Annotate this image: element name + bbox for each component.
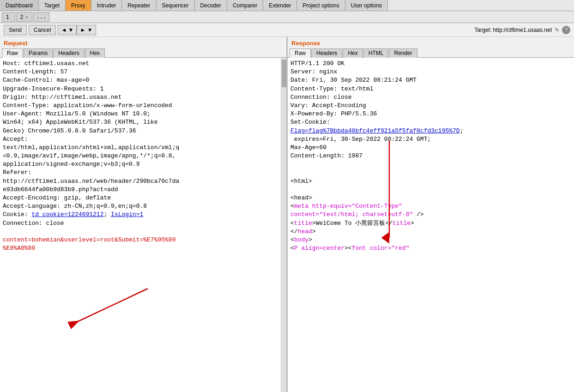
nav-comparer[interactable]: Comparer bbox=[227, 0, 263, 11]
nav-decoder[interactable]: Decoder bbox=[195, 0, 227, 11]
request-scrollbar-thumb bbox=[282, 60, 286, 87]
response-content-area: HTTP/1.1 200 OK Server: nginx Date: Fri,… bbox=[288, 58, 574, 392]
nav-proxy[interactable]: Proxy bbox=[66, 0, 91, 11]
response-tab-hex[interactable]: Hex bbox=[343, 48, 363, 58]
target-info: Target: http://ctftime1.usaas.net ✎ ? bbox=[475, 26, 570, 34]
response-tab-html[interactable]: HTML bbox=[363, 48, 389, 58]
tab-1-label: 1 bbox=[6, 14, 9, 20]
request-subtabs: Raw Params Headers Hex bbox=[0, 48, 286, 58]
help-icon[interactable]: ? bbox=[562, 26, 570, 34]
nav-dashboard[interactable]: Dashboard bbox=[0, 0, 39, 11]
response-tab-render[interactable]: Render bbox=[389, 48, 417, 58]
edit-target-icon[interactable]: ✎ bbox=[555, 27, 559, 33]
send-button[interactable]: Send bbox=[4, 25, 27, 35]
request-text[interactable]: Host: ctftime1.usaas.net Content-Length:… bbox=[0, 58, 281, 392]
tab-2-close[interactable]: × bbox=[25, 14, 28, 20]
request-header: Request bbox=[0, 37, 286, 48]
nav-sequencer[interactable]: Sequencer bbox=[157, 0, 195, 11]
request-tab-headers[interactable]: Headers bbox=[53, 48, 84, 58]
target-label: Target: http://ctftime1.usaas.net bbox=[475, 27, 552, 33]
response-tab-raw[interactable]: Raw bbox=[290, 48, 311, 58]
tab-more[interactable]: ... bbox=[33, 12, 50, 22]
nav-extender[interactable]: Extender bbox=[263, 0, 297, 11]
tab-2-label: 2 bbox=[20, 14, 24, 20]
request-panel: Request Raw Params Headers Hex Host: ctf… bbox=[0, 37, 288, 392]
response-text[interactable]: HTTP/1.1 200 OK Server: nginx Date: Fri,… bbox=[288, 58, 574, 392]
forward-button[interactable]: ► ▼ bbox=[77, 25, 96, 35]
request-tab-hex[interactable]: Hex bbox=[85, 48, 105, 58]
cancel-button[interactable]: Cancel bbox=[29, 25, 56, 35]
main-content: Request Raw Params Headers Hex Host: ctf… bbox=[0, 37, 574, 392]
response-panel: Response Raw Headers Hex HTML Render HTT… bbox=[288, 37, 574, 392]
nav-arrows: ◄ ▼ ► ▼ bbox=[58, 25, 96, 35]
nav-target[interactable]: Target bbox=[39, 0, 66, 11]
toolbar: Send Cancel ◄ ▼ ► ▼ Target: http://ctfti… bbox=[0, 23, 574, 37]
top-nav: Dashboard Target Proxy Intruder Repeater… bbox=[0, 0, 574, 11]
request-scrollbar[interactable] bbox=[281, 58, 286, 392]
request-content-area: Host: ctftime1.usaas.net Content-Length:… bbox=[0, 58, 286, 392]
nav-repeater[interactable]: Repeater bbox=[122, 0, 156, 11]
tab-2[interactable]: 2 × bbox=[16, 12, 32, 22]
request-tab-params[interactable]: Params bbox=[24, 48, 53, 58]
nav-user-options[interactable]: User options bbox=[345, 0, 388, 11]
request-tab-raw[interactable]: Raw bbox=[2, 48, 23, 58]
response-tab-headers[interactable]: Headers bbox=[311, 48, 342, 58]
tab-1[interactable]: 1 bbox=[2, 12, 15, 22]
tab-bar: 1 2 × ... bbox=[0, 11, 574, 23]
back-button[interactable]: ◄ ▼ bbox=[58, 25, 77, 35]
nav-intruder[interactable]: Intruder bbox=[91, 0, 122, 11]
response-header: Response bbox=[288, 37, 574, 48]
response-subtabs: Raw Headers Hex HTML Render bbox=[288, 48, 574, 58]
nav-project-options[interactable]: Project options bbox=[297, 0, 345, 11]
